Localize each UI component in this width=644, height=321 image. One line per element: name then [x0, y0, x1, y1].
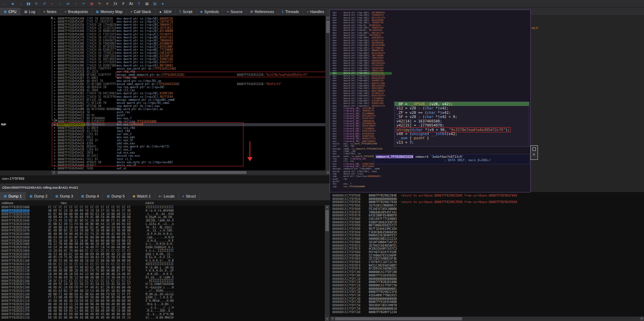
disasm-row[interactable]: 00007FF61D45A417B8 07000000mov eax,7: [0, 117, 325, 120]
pseudocode-line[interactable]: v13 = 7;: [394, 140, 529, 144]
row-dot-icon[interactable]: [54, 56, 55, 57]
tab-threads[interactable]: ∥Threads: [278, 8, 303, 15]
row-dot-icon[interactable]: [54, 74, 55, 75]
row-dot-icon[interactable]: [54, 27, 55, 29]
disasm-row[interactable]: 00007FF61D45A35EC74424 24 121B7A16mov dw…: [0, 26, 325, 29]
row-dot-icon[interactable]: [54, 90, 55, 91]
database-icon[interactable]: ▥: [151, 1, 158, 7]
disasm-row[interactable]: 00007FF61D45A3AEC74424 4C DAFC8693mov dw…: [0, 58, 325, 61]
step-over-icon[interactable]: ⇄: [65, 1, 71, 7]
dump-rows[interactable]: 00007FFB2B2D1000CC CC CC CC CC CC CC CC …: [0, 206, 325, 321]
disasm-row[interactable]: 00007FF61D45A356C74424 20 179A0D3Bmov dw…: [0, 23, 325, 26]
row-dot-icon[interactable]: [54, 99, 55, 100]
row-dot-icon[interactable]: [54, 96, 55, 97]
disasm-row[interactable]: 00007FF61D45A3C60FB705 738FFFFFmovzx eax…: [0, 67, 325, 70]
row-dot-icon[interactable]: [54, 43, 55, 44]
scroll-left-icon[interactable]: ◂: [330, 317, 334, 321]
tab-log[interactable]: ▤Log: [21, 8, 39, 15]
tab-cpu[interactable]: ▣CPU: [0, 8, 21, 15]
ida-symbol[interactable]: xmmword_7FF61D453328: [376, 155, 413, 158]
row-dot-icon[interactable]: [54, 112, 55, 113]
pseudocode-line[interactable]: v12 = v28 - (char *)v42;: [394, 106, 529, 110]
disasm-row[interactable]: 00007FF61D45A3BEC74424 54 028873B0mov dw…: [0, 64, 325, 67]
row-dot-icon[interactable]: [54, 34, 55, 35]
row-dot-icon[interactable]: [54, 24, 55, 26]
tab-dump-4[interactable]: ▦Dump 4: [77, 192, 103, 200]
checkbox-icon[interactable]: [532, 147, 536, 151]
step-out-icon[interactable]: ↑: [72, 1, 79, 7]
disasm-row[interactable]: 00007FF61D45A348C745 58 26D26E66mov dwor…: [0, 17, 325, 20]
tab-dump-1[interactable]: ▦Dump 1: [0, 192, 26, 200]
stop-icon[interactable]: ▪: [49, 1, 56, 7]
row-dot-icon[interactable]: [54, 65, 55, 66]
row-dot-icon[interactable]: [54, 93, 55, 94]
undo-icon[interactable]: ↺: [41, 1, 48, 7]
screen-icon[interactable]: ■: [9, 1, 16, 7]
pseudocode-line[interactable]: v42[14] = 1637466580;: [394, 119, 529, 123]
disasm-row[interactable]: 00007FF61D45A3B6C74424 50 275702EEmov dw…: [0, 61, 325, 64]
disasm-row[interactable]: 00007FF61D45A4070F1F40 00nop dword ptr d…: [0, 105, 325, 108]
tab-symbols[interactable]: ◆Symbols: [196, 8, 223, 15]
row-dot-icon[interactable]: [54, 49, 55, 51]
pseudocode-line[interactable]: _ZF = v28 == (char *)v42;: [394, 110, 529, 115]
tab-memory-map[interactable]: ▦Memory Map: [92, 8, 127, 15]
scroll-thumb[interactable]: [58, 171, 246, 174]
tab-source[interactable]: ‹›Source: [223, 8, 246, 15]
row-dot-icon[interactable]: [54, 62, 55, 63]
stack-view[interactable]: 000000CA17FDFB4800007FFB2902284Ereturn t…: [330, 192, 644, 321]
stack-horizontal-scrollbar[interactable]: ◂ ▸: [330, 317, 644, 321]
disasm-row[interactable]: 00007FF61D45A3DEF2:0F100D 528FFFFFmovsd …: [0, 83, 325, 86]
trace-icon[interactable]: ↵: [80, 1, 87, 7]
disasm-row[interactable]: 00007FF61D45A3A6C74424 48 CD0FCE63mov dw…: [0, 55, 325, 58]
disasm-row[interactable]: 00007FF61D45A3E648:8D4424 20lea rax,qwor…: [0, 86, 325, 89]
tab-handles[interactable]: ♦Handles: [303, 8, 328, 15]
table-icon[interactable]: ▤: [143, 1, 150, 7]
disasm-row[interactable]: 00007FF61D45A3DA66:8945 78mov word ptr s…: [0, 80, 325, 83]
row-dot-icon[interactable]: [54, 105, 55, 107]
disasm-row[interactable]: 00007FF61D45A3EB4C:2BD8sub r11,rax: [0, 89, 325, 92]
row-dot-icon[interactable]: [54, 168, 55, 169]
row-dot-icon[interactable]: [54, 118, 55, 119]
disasm-row[interactable]: 00007FF61D45A396C74424 40 B380CE77mov dw…: [0, 48, 325, 51]
tab-breakpoints[interactable]: ●Breakpoints: [61, 8, 92, 15]
disasm-row[interactable]: 00007FF61D45A38EC74424 3C BF2B5EEAmov dw…: [0, 45, 325, 48]
font-size-icon[interactable]: Az: [128, 1, 135, 7]
notes-list-icon[interactable]: ≡: [104, 1, 111, 7]
tab-call-stack[interactable]: ≡Call Stack: [127, 8, 155, 15]
back-icon[interactable]: ←: [1, 1, 8, 7]
stack-row[interactable]: 000000CA17FDFC6000007FFB28FF1234: [330, 311, 644, 314]
pause-icon[interactable]: ▮▮: [25, 1, 32, 7]
row-dot-icon[interactable]: [54, 40, 55, 41]
row-dot-icon[interactable]: [54, 77, 55, 79]
scroll-left-icon[interactable]: ◂: [51, 170, 56, 175]
user-icon[interactable]: ●: [159, 1, 166, 7]
row-dot-icon[interactable]: [54, 21, 55, 23]
row-dot-icon[interactable]: [54, 52, 55, 54]
disasm-row[interactable]: 00007FF61D45A3FE0F1145 60movups xmmword …: [0, 98, 325, 102]
scroll-thumb[interactable]: [325, 210, 329, 231]
disasm-horizontal-scrollbar[interactable]: ◂ ▸: [51, 170, 330, 175]
tab-seh[interactable]: ▲SEH: [155, 8, 176, 15]
disassembly-view[interactable]: 00007FF61D45A348C745 58 26D26E66mov dwor…: [0, 16, 325, 170]
disasm-row[interactable]: 00007FF61D45A36EC74424 2C F2E52AFEmov dw…: [0, 33, 325, 36]
run-icon[interactable]: →: [17, 1, 24, 7]
pseudocode-line[interactable]: __asm { pushf }: [394, 136, 529, 140]
row-dot-icon[interactable]: [54, 59, 55, 60]
row-dot-icon[interactable]: [54, 81, 55, 82]
scroll-thumb[interactable]: [335, 317, 462, 320]
tab-references[interactable]: ⇄References: [246, 8, 278, 15]
scroll-thumb[interactable]: [326, 21, 330, 33]
exception-icon[interactable]: ▣: [88, 1, 95, 7]
tab-watch-1[interactable]: ◉Watch 1: [129, 192, 155, 200]
disasm-row[interactable]: 00007FF61D45A37EC74424 34 E4848670mov dw…: [0, 39, 325, 42]
restart-icon[interactable]: ↻: [33, 1, 40, 7]
row-dot-icon[interactable]: [54, 115, 55, 116]
disasm-row[interactable]: 00007FF61D45A41450push rax: [0, 111, 325, 114]
step-into-icon[interactable]: ↓: [57, 1, 64, 7]
row-dot-icon[interactable]: [54, 18, 55, 20]
tab-notes[interactable]: ≡Notes: [39, 8, 61, 15]
disasm-row[interactable]: 00007FF61D45A3EEC74424 58 D4C19961mov dw…: [0, 92, 325, 95]
row-dot-icon[interactable]: [54, 87, 55, 88]
pseudocode-line[interactable]: v42[15] = -1770054070;: [394, 123, 529, 127]
dump-row[interactable]: 00007FFB2B2D1210E8 5B 02 00 00 90 48 8B …: [0, 316, 325, 320]
